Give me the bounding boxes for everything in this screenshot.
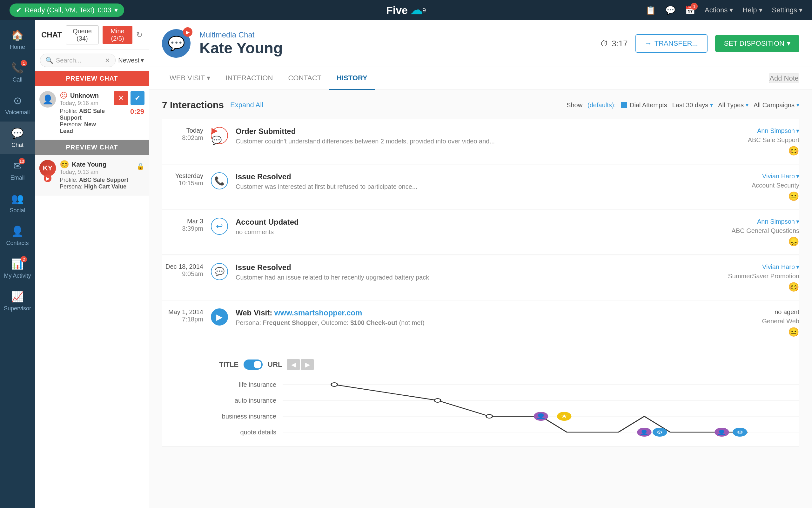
sidebar-item-email[interactable]: ✉ 13 Email: [0, 154, 35, 187]
interaction-body-1: Issue Resolved Customer was interested a…: [236, 172, 728, 190]
list-item[interactable]: 👤 ☹ Unknown Today, 9:16 am Profile: ABC …: [35, 86, 149, 140]
sidebar-item-activity[interactable]: 📊 2 My Activity: [0, 252, 35, 285]
sidebar-item-chat[interactable]: 💬 Chat: [0, 122, 35, 154]
url-toggle-label: URL: [268, 361, 282, 369]
help-menu[interactable]: Help ▾: [742, 6, 762, 14]
sidebar-item-social[interactable]: 👥 Social: [0, 187, 35, 220]
ready-status-badge[interactable]: ✔ Ready (Call, VM, Text) 0:03 ▾: [9, 3, 124, 17]
preview-chat-header-1: PREVIEW CHAT: [35, 71, 149, 86]
tab-history-label: HISTORY: [337, 74, 368, 82]
last-days-filter[interactable]: Last 30 days ▾: [672, 101, 713, 109]
chat-bubble-icon: 💬: [168, 35, 185, 52]
avatar: 👤: [39, 91, 56, 108]
interaction-meta-4: no agent General Web 😐: [736, 308, 799, 337]
chat-panel: CHAT Queue (34) Mine (2/5) ↻ 🔍 Search...…: [35, 20, 149, 508]
tab-history[interactable]: HISTORY: [329, 67, 375, 90]
interaction-date-1: Yesterday 10:15am: [162, 172, 203, 187]
settings-menu[interactable]: Settings ▾: [772, 6, 803, 14]
check-icon: ✔: [16, 6, 22, 14]
chart-area: 👤 ★ 👤 ⚙: [283, 377, 799, 440]
unknown-avatar-icon: 👤: [42, 94, 53, 105]
interaction-desc-0: Customer couldn't understand differences…: [236, 138, 728, 145]
sidebar-item-voicemail[interactable]: ⊙ Voicemail: [0, 89, 35, 122]
campaign-name-0: ABC Sale Support: [748, 136, 799, 144]
tab-interaction[interactable]: INTERACTION: [218, 67, 280, 90]
nav-arrows: ◀ ▶: [287, 359, 314, 370]
status-text: Ready (Call, VM, Text): [25, 6, 94, 14]
contact-header: 💬 ▶ Multimedia Chat Kate Young ⏱ 3:17 → …: [149, 20, 812, 67]
sidebar-item-call[interactable]: 📞 1 Call: [0, 56, 35, 89]
all-campaigns-filter[interactable]: All Campaigns ▾: [753, 101, 799, 109]
tab-interaction-label: INTERACTION: [226, 74, 273, 82]
email-icon: ✉ 13: [13, 160, 22, 172]
agent-name-1: Vivian Harb ▾: [762, 172, 799, 180]
clear-search-icon[interactable]: ✕: [105, 56, 110, 64]
video-badge-icon: ▶: [183, 27, 192, 37]
dial-attempts-checkbox[interactable]: [621, 102, 627, 108]
chat-item-persona-1: Persona: New Lead: [60, 121, 110, 134]
tab-contact[interactable]: CONTACT: [280, 67, 329, 90]
home-icon: 🏠: [11, 29, 24, 41]
tab-web-visit[interactable]: WEB VISIT ▾: [162, 67, 218, 90]
interaction-title-4: Web Visit: www.smartshopper.com: [236, 308, 728, 317]
sidebar-label-chat: Chat: [11, 142, 24, 149]
all-types-arrow-icon: ▾: [746, 101, 748, 109]
chat-sidebar-icon: 💬: [11, 127, 24, 139]
interaction-icon-4: ▶: [211, 308, 228, 326]
svg-text:👤: 👤: [536, 413, 546, 419]
web-visit-url[interactable]: www.smartshopper.com: [274, 308, 362, 317]
search-input-container[interactable]: 🔍 Search... ✕: [40, 54, 116, 67]
sentiment-icon-1: 😐: [788, 191, 799, 202]
accept-button[interactable]: ✔: [130, 91, 145, 105]
sidebar-item-contacts[interactable]: 👤 Contacts: [0, 220, 35, 252]
voicemail-icon: ⊙: [13, 94, 22, 107]
sidebar-label-supervisor: Supervisor: [4, 305, 31, 312]
contacts-icon: 👤: [11, 225, 24, 237]
table-row[interactable]: Today 8:02am ▶💬 Order Submitted Customer…: [162, 119, 799, 164]
call-icon-1: 📞: [215, 176, 225, 186]
transfer-arrow-icon: →: [645, 39, 652, 48]
queue-button[interactable]: Queue (34): [66, 26, 99, 44]
sidebar-item-supervisor[interactable]: 📈 Supervisor: [0, 285, 35, 318]
actions-menu[interactable]: Actions ▾: [705, 6, 733, 14]
next-arrow-button[interactable]: ▶: [301, 359, 314, 370]
transfer-button[interactable]: → TRANSFER...: [635, 34, 707, 53]
table-row[interactable]: Yesterday 10:15am 📞 Issue Resolved Custo…: [162, 165, 799, 209]
table-row[interactable]: Mar 3 3:39pm ↩ Account Updated no commen…: [162, 210, 799, 255]
campaign-name-3: SummerSaver Promotion: [728, 272, 799, 280]
transfer-icon-2: ↩: [216, 221, 223, 231]
refresh-icon[interactable]: ↻: [136, 31, 143, 39]
reject-button[interactable]: ✕: [114, 91, 128, 105]
activity-badge: 2: [21, 256, 27, 262]
sentiment-icon-0: 😊: [788, 145, 799, 156]
contact-name: Kate Young: [199, 39, 591, 57]
calendar-icon[interactable]: 📅 1: [685, 5, 695, 15]
time-label-2: 3:39pm: [162, 225, 203, 232]
contact-type: Multimedia Chat: [199, 31, 591, 39]
date-label-2: Mar 3: [162, 218, 203, 225]
notes-icon[interactable]: 📋: [646, 5, 656, 15]
newest-select[interactable]: Newest ▾: [118, 56, 144, 64]
all-types-filter[interactable]: All Types ▾: [718, 101, 748, 109]
title-url-toggle-switch[interactable]: [243, 359, 263, 370]
add-note-button[interactable]: Add Note: [769, 74, 799, 83]
dial-attempts-filter[interactable]: Dial Attempts: [621, 101, 667, 109]
agent-dropdown-icon: ▾: [796, 218, 799, 225]
table-row[interactable]: May 1, 2014 7:18pm ▶ Web Visit: www.smar…: [162, 301, 799, 447]
main-content: 💬 ▶ Multimedia Chat Kate Young ⏱ 3:17 → …: [149, 20, 812, 508]
chat-icon[interactable]: 💬: [665, 5, 675, 15]
table-row[interactable]: Dec 18, 2014 9:05am 💬 Issue Resolved Cus…: [162, 255, 799, 300]
prev-arrow-button[interactable]: ◀: [287, 359, 300, 370]
expand-all-button[interactable]: Expand All: [230, 101, 263, 109]
set-disposition-button[interactable]: SET DISPOSITION ▾: [715, 35, 799, 52]
video-badge-icon: ▶: [44, 174, 51, 182]
call-icon: 📞 1: [11, 62, 24, 74]
sidebar-item-home[interactable]: 🏠 Home: [0, 24, 35, 56]
newest-arrow-icon: ▾: [141, 56, 144, 64]
logo-cloud-icon: ☁: [410, 3, 422, 17]
preview-chat-header-2: PREVIEW CHAT: [35, 140, 149, 155]
search-icon: 🔍: [45, 56, 53, 64]
timer-value: 3:17: [612, 39, 628, 48]
list-item[interactable]: KY ▶ 😊 Kate Young Today, 9:13 am Profile…: [35, 155, 149, 196]
mine-button[interactable]: Mine (2/5): [103, 26, 132, 44]
